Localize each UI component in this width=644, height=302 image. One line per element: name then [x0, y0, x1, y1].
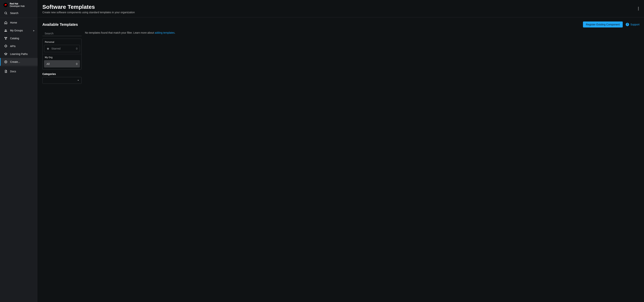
svg-point-4 [5, 30, 6, 31]
page-header: Software Templates Create new software c… [38, 0, 644, 17]
svg-point-8 [6, 39, 6, 40]
sidebar-item-label: Learning Paths [10, 53, 28, 56]
filter-section-personal: Personal Starred 0 [42, 39, 82, 54]
svg-point-14 [638, 7, 639, 8]
filters-panel: Personal Starred 0 My Org [42, 31, 82, 84]
register-existing-component-button[interactable]: Register Existing Component [583, 22, 623, 28]
add-circle-icon [4, 60, 8, 64]
filter-section-myorg: My Org All 0 [42, 54, 82, 69]
nav-divider [0, 67, 38, 67]
svg-point-2 [5, 12, 7, 14]
sidebar-item-apis[interactable]: APIs [0, 42, 38, 50]
nav-divider [0, 18, 38, 18]
sidebar-item-label: Docs [10, 70, 16, 73]
sidebar-item-home[interactable]: Home [0, 19, 38, 27]
empty-state-message: No templates found that match your filte… [85, 31, 640, 34]
sidebar-item-label: Create... [10, 60, 20, 63]
svg-line-3 [6, 14, 7, 15]
brand-logo[interactable]: Red Hat Developer Hub [0, 0, 38, 9]
home-icon [4, 21, 8, 24]
filter-section-label: My Org [44, 56, 80, 60]
svg-point-16 [638, 10, 639, 10]
support-link[interactable]: ? Support [626, 23, 640, 26]
docs-icon [4, 70, 8, 73]
sidebar-nav: Search Home My Groups ▶ Cata [0, 9, 38, 75]
brand-text: Red Hat Developer Hub [10, 3, 25, 7]
sidebar-item-label: Home [10, 21, 17, 24]
toolbar: Available Templates Register Existing Co… [42, 22, 640, 28]
filter-search-input[interactable] [44, 32, 80, 35]
filter-scope-panel: Personal Starred 0 My Org [42, 39, 82, 70]
page-title: Software Templates [42, 4, 135, 10]
sidebar: Red Hat Developer Hub Search Home [0, 0, 38, 302]
brand-line2: Developer Hub [10, 5, 25, 8]
sidebar-item-catalog[interactable]: Catalog [0, 34, 38, 42]
learning-paths-icon [4, 52, 8, 56]
filter-option-label: Starred [51, 47, 60, 50]
filter-search[interactable] [42, 31, 82, 36]
redhat-fedora-icon [3, 3, 8, 7]
header-kebab-menu[interactable] [636, 6, 640, 12]
sidebar-item-create[interactable]: Create... [0, 58, 38, 66]
section-title: Available Templates [42, 23, 78, 27]
sidebar-item-my-groups[interactable]: My Groups ▶ [0, 27, 38, 34]
main-content: Software Templates Create new software c… [38, 0, 644, 302]
brand-line1: Red Hat [10, 3, 25, 5]
empty-suffix: . [174, 31, 175, 34]
filter-option-starred[interactable]: Starred 0 [44, 45, 80, 52]
svg-point-5 [6, 30, 7, 31]
filter-option-count: 0 [76, 47, 78, 50]
sidebar-item-docs[interactable]: Docs [0, 68, 38, 75]
chevron-right-icon: ▶ [33, 30, 35, 32]
extension-icon [4, 45, 8, 48]
sidebar-item-label: APIs [10, 45, 16, 48]
filter-option-label: All [46, 62, 50, 65]
catalog-icon [4, 37, 8, 40]
adding-templates-link[interactable]: adding templates [155, 31, 175, 34]
sidebar-item-learning-paths[interactable]: Learning Paths [0, 50, 38, 58]
group-icon [4, 29, 8, 32]
help-icon: ? [626, 23, 629, 26]
empty-prefix: No templates found that match your filte… [85, 31, 155, 34]
page-subtitle: Create new software components using sta… [42, 11, 135, 14]
chevron-down-icon [77, 79, 80, 82]
sidebar-search[interactable]: Search [0, 9, 38, 17]
sidebar-search-label: Search [10, 12, 18, 15]
sidebar-item-label: My Groups [10, 29, 23, 32]
filter-section-label: Personal [44, 41, 80, 45]
results-area: No templates found that match your filte… [85, 31, 640, 34]
svg-point-15 [638, 8, 639, 9]
star-icon [46, 47, 50, 50]
filter-option-all[interactable]: All 0 [44, 60, 80, 68]
search-icon [4, 12, 8, 15]
sidebar-item-label: Catalog [10, 37, 19, 40]
filter-option-count: 0 [76, 62, 78, 65]
categories-select[interactable] [42, 77, 82, 84]
kebab-icon [638, 7, 639, 10]
support-label: Support [630, 23, 640, 26]
categories-label: Categories [42, 73, 82, 76]
svg-point-1 [5, 4, 6, 5]
